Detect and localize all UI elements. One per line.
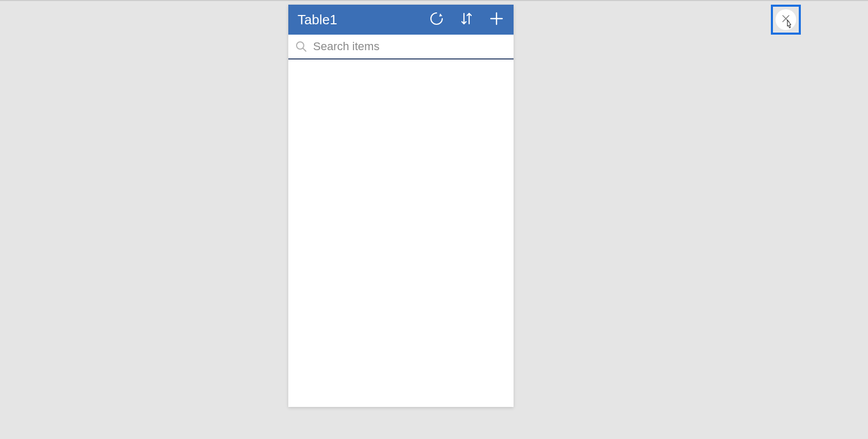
add-button[interactable] [489,12,504,27]
close-icon [781,14,791,25]
svg-line-5 [303,49,306,52]
panel-header: Table1 [288,5,514,35]
header-actions [429,12,504,27]
close-button[interactable] [771,5,801,35]
panel-title: Table1 [298,12,429,28]
search-input[interactable] [309,40,508,53]
search-bar [288,35,514,59]
sort-button[interactable] [459,12,474,27]
sort-icon [460,11,473,28]
refresh-button[interactable] [429,12,444,27]
close-circle [776,9,796,30]
app-panel: Table1 [288,5,514,407]
list-area [288,59,514,407]
search-icon [293,41,309,52]
plus-icon [490,12,503,27]
refresh-icon [429,11,444,28]
